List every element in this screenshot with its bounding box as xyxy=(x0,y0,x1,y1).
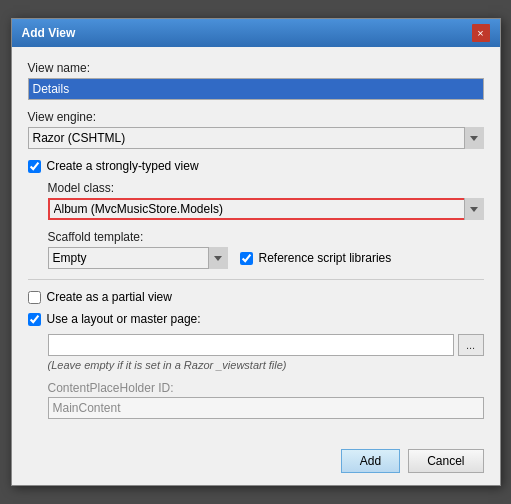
strongly-typed-row: Create a strongly-typed view xyxy=(28,159,484,173)
partial-view-row: Create as a partial view xyxy=(28,290,484,304)
model-class-label: Model class: xyxy=(48,181,484,195)
layout-path-group: ... (Leave empty if it is set in a Razor… xyxy=(28,334,484,371)
ref-scripts-row: Reference script libraries xyxy=(240,251,392,265)
partial-view-checkbox[interactable] xyxy=(28,291,41,304)
scaffold-label: Scaffold template: xyxy=(48,230,484,244)
dialog-body: View name: View engine: Razor (CSHTML) A… xyxy=(12,47,500,441)
content-placeholder-input[interactable] xyxy=(48,397,484,419)
cancel-button[interactable]: Cancel xyxy=(408,449,483,473)
strongly-typed-checkbox[interactable] xyxy=(28,160,41,173)
scaffold-row: Empty Create Delete Details Edit List Re… xyxy=(48,247,484,269)
layout-checkbox[interactable] xyxy=(28,313,41,326)
partial-view-label[interactable]: Create as a partial view xyxy=(47,290,172,304)
content-placeholder-label: ContentPlaceHolder ID: xyxy=(48,381,484,395)
ref-scripts-label[interactable]: Reference script libraries xyxy=(259,251,392,265)
layout-hint: (Leave empty if it is set in a Razor _vi… xyxy=(48,359,484,371)
layout-label[interactable]: Use a layout or master page: xyxy=(47,312,201,326)
layout-path-row: ... xyxy=(48,334,484,356)
dialog-footer: Add Cancel xyxy=(12,441,500,485)
view-engine-select[interactable]: Razor (CSHTML) ASPX xyxy=(28,127,484,149)
title-bar: Add View × xyxy=(12,19,500,47)
ref-scripts-checkbox[interactable] xyxy=(240,252,253,265)
view-name-group: View name: xyxy=(28,61,484,100)
scaffold-select-wrapper: Empty Create Delete Details Edit List xyxy=(48,247,228,269)
strongly-typed-label[interactable]: Create a strongly-typed view xyxy=(47,159,199,173)
close-button[interactable]: × xyxy=(472,24,490,42)
view-engine-group: View engine: Razor (CSHTML) ASPX xyxy=(28,110,484,149)
browse-button[interactable]: ... xyxy=(458,334,484,356)
add-button[interactable]: Add xyxy=(341,449,400,473)
view-engine-label: View engine: xyxy=(28,110,484,124)
model-class-group: Model class: Album (MvcMusicStore.Models… xyxy=(28,181,484,220)
scaffold-select[interactable]: Empty Create Delete Details Edit List xyxy=(48,247,228,269)
dialog-title: Add View xyxy=(22,26,76,40)
model-class-select-wrapper: Album (MvcMusicStore.Models) xyxy=(48,198,484,220)
view-name-input[interactable] xyxy=(28,78,484,100)
add-view-dialog: Add View × View name: View engine: Razor… xyxy=(11,18,501,486)
model-class-select[interactable]: Album (MvcMusicStore.Models) xyxy=(48,198,484,220)
layout-path-input[interactable] xyxy=(48,334,454,356)
divider xyxy=(28,279,484,280)
view-engine-select-wrapper: Razor (CSHTML) ASPX xyxy=(28,127,484,149)
scaffold-group: Scaffold template: Empty Create Delete D… xyxy=(28,230,484,269)
content-placeholder-group: ContentPlaceHolder ID: xyxy=(28,381,484,419)
layout-row: Use a layout or master page: xyxy=(28,312,484,326)
view-name-label: View name: xyxy=(28,61,484,75)
